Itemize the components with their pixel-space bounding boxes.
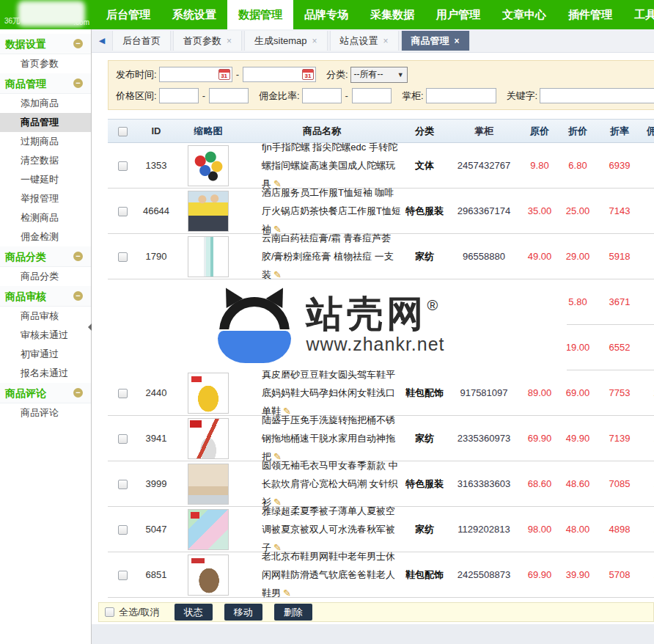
status-button[interactable]: 状态: [174, 604, 213, 621]
calendar-icon[interactable]: 31: [302, 69, 314, 80]
row-checkbox[interactable]: [118, 525, 128, 535]
watermark-brand: 站壳网®: [306, 296, 444, 332]
keyword-label: 关键字:: [507, 89, 538, 103]
category-select[interactable]: --所有-- ▼: [350, 67, 408, 83]
sidebar-item-commission-check[interactable]: 佣金检测: [0, 227, 91, 246]
select-all-checkbox[interactable]: [118, 127, 128, 136]
sidebar-item-goods-comments[interactable]: 商品评论: [0, 403, 91, 422]
edit-icon[interactable]: ✎: [273, 269, 282, 280]
row-checkbox[interactable]: [118, 161, 128, 171]
tab-backend-home[interactable]: 后台首页: [112, 31, 171, 51]
keyword-input[interactable]: [540, 88, 654, 103]
select-all-label: 全选/取消: [119, 606, 160, 619]
nav-item-tools[interactable]: 工具: [623, 0, 654, 29]
price-range-label: 价格区间:: [116, 89, 157, 103]
chevron-down-icon: ▼: [397, 71, 404, 78]
sidebar-item-one-key-delay[interactable]: 一键延时: [0, 170, 91, 189]
sidebar-item-check-goods[interactable]: 检测商品: [0, 208, 91, 227]
tabs-scroll-left-icon[interactable]: ◀: [92, 36, 112, 45]
table-row: 5047 雅绿超柔夏季被子薄单人夏被空调被夏京被双人可水洗春秋军被子✎ 家纺 1…: [108, 507, 654, 552]
sidebar-item-expired-goods[interactable]: 过期商品: [0, 132, 91, 151]
sidebar-item-goods-management[interactable]: 商品管理: [0, 113, 91, 132]
product-thumbnail: [188, 418, 229, 459]
footer-strip: [92, 624, 654, 644]
nav-item-plugins[interactable]: 插件管理: [557, 0, 623, 29]
table-row: 6851 老北京布鞋男网鞋中老年男士休闲网鞋防滑透气软底爸爸鞋老人鞋男✎ 鞋包配…: [108, 552, 654, 598]
sidebar-item-add-goods[interactable]: 添加商品: [0, 94, 91, 113]
sidebar-section-goods-management[interactable]: 商品管理 −: [0, 73, 91, 94]
sidebar-item-first-audit-passed[interactable]: 初审通过: [0, 345, 91, 364]
product-name: 云南白药祛痘膏/霜 青春痘芦荟胶/膏粉刺痤疮膏 植物祛痘 一支装✎: [241, 229, 403, 284]
top-menu: 后台管理 系统设置 数据管理 品牌专场 采集数据 用户管理 文章中心 插件管理 …: [95, 0, 654, 29]
product-thumbnail: [188, 191, 229, 232]
sidebar-item-signup-rejected[interactable]: 报名未通过: [0, 364, 91, 383]
filter-panel: 发布时间: 31 - 31 分类: --所有-- ▼: [108, 60, 654, 110]
row-checkbox[interactable]: [118, 207, 128, 216]
tab-bar: ◀ 后台首页 首页参数× 生成sitemap× 站点设置× 商品管理×: [92, 29, 654, 53]
sidebar-item-clear-data[interactable]: 清空数据: [0, 151, 91, 170]
close-icon[interactable]: ×: [227, 36, 232, 46]
sidebar: 数据设置 − 首页参数 商品管理 − 添加商品 商品管理 过期商品 清空数据 一…: [0, 29, 92, 644]
tab-goods-management[interactable]: 商品管理×: [401, 31, 470, 51]
row-checkbox[interactable]: [118, 480, 128, 489]
collapse-minus-icon[interactable]: −: [73, 39, 83, 48]
row-checkbox[interactable]: [118, 389, 128, 398]
commission-max-input[interactable]: [352, 88, 392, 103]
col-header-rate: 折率: [598, 125, 642, 138]
nav-item-users[interactable]: 用户管理: [425, 0, 491, 29]
shopkeeper-label: 掌柜:: [402, 89, 424, 103]
sidebar-item-audit-rejected[interactable]: 审核未通过: [0, 326, 91, 345]
col-header-thumb: 缩略图: [175, 125, 241, 138]
product-thumbnail: [188, 555, 229, 596]
col-header-partial: 佣金: [642, 125, 654, 138]
collapse-minus-icon[interactable]: −: [73, 291, 83, 301]
sidebar-item-goods-category[interactable]: 商品分类: [0, 267, 91, 286]
calendar-icon[interactable]: 31: [218, 69, 230, 80]
nav-item-collect[interactable]: 采集数据: [359, 0, 425, 29]
edit-icon[interactable]: ✎: [283, 588, 291, 599]
sidebar-section-data-settings[interactable]: 数据设置 −: [0, 34, 91, 54]
delete-button[interactable]: 删除: [274, 604, 312, 621]
tab-site-settings[interactable]: 站点设置×: [330, 31, 399, 51]
row-checkbox[interactable]: [118, 252, 128, 262]
tab-generate-sitemap[interactable]: 生成sitemap×: [244, 31, 328, 51]
logo-text-prefix: 36兀: [4, 16, 20, 26]
close-icon[interactable]: ×: [312, 36, 317, 46]
nav-item-data-management[interactable]: 数据管理: [227, 0, 293, 29]
logo-text-suffix: .com: [73, 18, 89, 26]
product-thumbnail: [188, 509, 229, 550]
zhankr-cat-logo-icon: [213, 287, 295, 363]
collapse-minus-icon[interactable]: −: [73, 252, 83, 261]
close-icon[interactable]: ×: [383, 36, 389, 46]
table-row: 3999 圆领无袖毛衣马甲女春季新款 中长款坎肩背心宽松大码潮 女针织衫✎ 特色…: [108, 461, 654, 507]
sidebar-section-goods-category[interactable]: 商品分类 −: [0, 246, 91, 267]
collapse-minus-icon[interactable]: −: [73, 78, 83, 88]
nav-item-system-settings[interactable]: 系统设置: [161, 0, 227, 29]
sidebar-section-goods-audit[interactable]: 商品审核 −: [0, 286, 91, 307]
row-checkbox[interactable]: [118, 571, 128, 580]
close-icon[interactable]: ×: [455, 36, 460, 46]
move-button[interactable]: 移动: [224, 604, 262, 621]
col-header-id: ID: [137, 125, 175, 136]
col-header-shopkeeper: 掌柜: [447, 125, 521, 138]
select-all-toggle-checkbox[interactable]: [105, 607, 114, 617]
nav-item-articles[interactable]: 文章中心: [491, 0, 557, 29]
commission-min-input[interactable]: [302, 88, 342, 103]
row-checkbox[interactable]: [118, 434, 128, 444]
price-min-input[interactable]: [159, 88, 199, 103]
sidebar-item-home-params[interactable]: 首页参数: [0, 54, 91, 73]
shopkeeper-input[interactable]: [426, 88, 496, 103]
publish-time-label: 发布时间:: [116, 68, 157, 81]
price-max-input[interactable]: [209, 88, 249, 103]
sidebar-item-goods-audit[interactable]: 商品审核: [0, 307, 91, 326]
sidebar-item-report-management[interactable]: 举报管理: [0, 189, 91, 208]
table-row: 1353 fjn手指陀螺 指尖陀螺edc 手转陀螺指间螺旋高速美国成人陀螺玩具✎…: [108, 143, 654, 189]
bottom-action-bar: 全选/取消 状态 移动 删除: [98, 602, 654, 622]
tab-home-params[interactable]: 首页参数×: [173, 31, 242, 51]
nav-item-brand[interactable]: 品牌专场: [293, 0, 359, 29]
nav-item-admin[interactable]: 后台管理: [95, 0, 161, 29]
collapse-minus-icon[interactable]: −: [73, 388, 83, 398]
col-header-discount: 折价: [558, 125, 598, 138]
sidebar-section-goods-comments[interactable]: 商品评论 −: [0, 383, 91, 403]
main-content: 发布时间: 31 - 31 分类: --所有-- ▼: [92, 53, 654, 644]
